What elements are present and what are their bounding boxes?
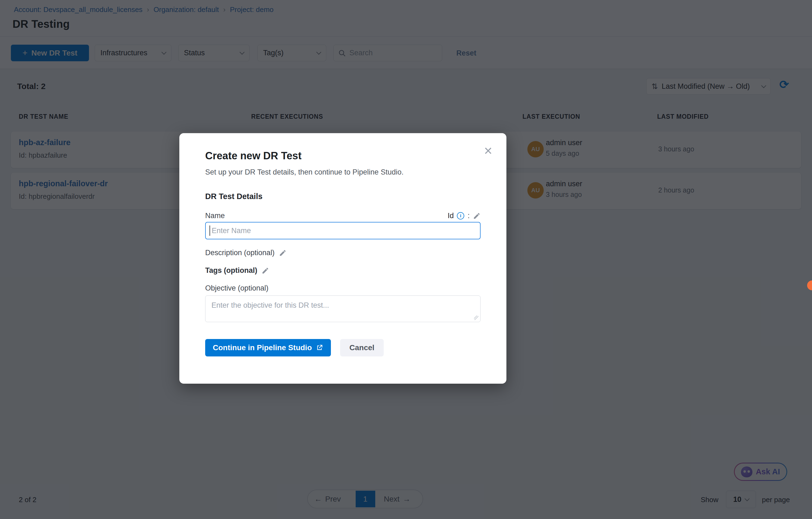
edit-description-pencil-icon[interactable] xyxy=(279,249,287,257)
tags-label: Tags (optional) xyxy=(205,266,257,275)
text-caret xyxy=(209,225,210,236)
create-dr-test-modal: Create new DR Test × Set up your DR Test… xyxy=(179,133,506,384)
modal-subtitle: Set up your DR Test details, then contin… xyxy=(205,168,404,176)
id-separator: : xyxy=(467,212,470,220)
name-field-header: Name Id i : xyxy=(205,212,481,220)
description-label: Description (optional) xyxy=(205,249,274,257)
modal-actions: Continue in Pipeline Studio Cancel xyxy=(205,339,384,356)
description-field-header: Description (optional) xyxy=(205,249,287,257)
name-label: Name xyxy=(205,212,225,220)
modal-title: Create new DR Test xyxy=(205,150,301,162)
edit-id-pencil-icon[interactable] xyxy=(473,212,481,220)
objective-label: Objective (optional) xyxy=(205,284,268,293)
tags-field-header: Tags (optional) xyxy=(205,266,269,275)
objective-field xyxy=(205,296,481,322)
id-label: Id xyxy=(447,212,454,220)
resize-handle[interactable] xyxy=(474,316,478,320)
name-field xyxy=(205,222,481,239)
id-group: Id i : xyxy=(447,212,481,220)
info-icon[interactable]: i xyxy=(457,212,464,219)
continue-label: Continue in Pipeline Studio xyxy=(213,344,312,352)
edit-tags-pencil-icon[interactable] xyxy=(261,267,269,274)
cancel-button[interactable]: Cancel xyxy=(340,339,384,356)
external-link-icon xyxy=(316,344,323,352)
name-input[interactable] xyxy=(205,222,481,239)
section-title: DR Test Details xyxy=(205,192,263,201)
objective-textarea[interactable] xyxy=(205,296,481,322)
close-icon[interactable]: × xyxy=(484,143,492,158)
continue-pipeline-studio-button[interactable]: Continue in Pipeline Studio xyxy=(205,339,331,356)
